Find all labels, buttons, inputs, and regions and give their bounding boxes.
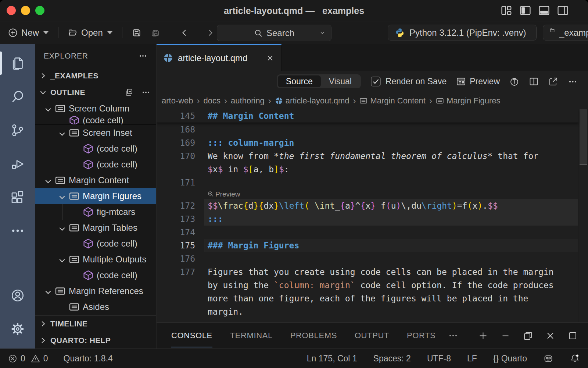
encoding-status[interactable]: UTF-8 bbox=[427, 354, 451, 364]
panel-new-icon[interactable] bbox=[478, 331, 488, 341]
code-line[interactable]: 173::: bbox=[157, 212, 578, 226]
workspace-folder-button[interactable]: _examples bbox=[543, 25, 588, 40]
outline-item[interactable]: Margin Content bbox=[35, 172, 156, 188]
panel-tab-terminal[interactable]: TERMINAL bbox=[230, 323, 273, 348]
breadcrumb-item[interactable]: Margin Content bbox=[359, 96, 425, 106]
breadcrumb-item[interactable]: arto-web bbox=[162, 96, 193, 106]
settings-button[interactable] bbox=[0, 312, 35, 346]
outline-item[interactable]: Asides bbox=[35, 299, 156, 315]
indentation-status[interactable]: Spaces: 2 bbox=[373, 354, 411, 364]
outline-item[interactable]: (code cell) bbox=[35, 236, 156, 251]
code-line[interactable]: 168 bbox=[157, 123, 578, 136]
outline-item[interactable]: Margin References bbox=[35, 283, 156, 299]
panel-tab-problems[interactable]: PROBLEMS bbox=[290, 323, 337, 348]
tab-article-layout[interactable]: article-layout.qmd bbox=[157, 44, 282, 71]
activity-search-button[interactable] bbox=[0, 80, 35, 113]
new-file-button[interactable]: New bbox=[8, 28, 49, 38]
activity-run-debug-button[interactable] bbox=[0, 147, 35, 180]
breadcrumb-item[interactable]: authoring bbox=[231, 96, 265, 106]
code-line[interactable]: by using the `column: margin` code cell … bbox=[157, 279, 578, 292]
chevron-down-icon[interactable] bbox=[44, 104, 54, 113]
editor-scrollbar[interactable] bbox=[578, 109, 588, 322]
assistant-robot-icon[interactable] bbox=[543, 353, 553, 364]
save-button[interactable] bbox=[132, 28, 141, 38]
code-line[interactable]: 170We know from *the first fundamental t… bbox=[157, 149, 578, 163]
chevron-down-icon[interactable] bbox=[58, 223, 68, 232]
code-line[interactable]: 174 bbox=[157, 226, 578, 239]
preview-button[interactable]: Preview bbox=[456, 77, 500, 86]
scrollbar-thumb[interactable] bbox=[580, 109, 587, 164]
outline-item[interactable]: Margin Figures bbox=[35, 188, 156, 204]
codelens-preview[interactable]: Preview bbox=[208, 189, 578, 199]
customize-layout-icon[interactable] bbox=[501, 4, 513, 17]
mode-visual-button[interactable]: Visual bbox=[321, 75, 360, 87]
activity-extensions-button[interactable] bbox=[0, 180, 35, 214]
chevron-down-icon[interactable] bbox=[58, 192, 68, 201]
chevron-down-icon[interactable] bbox=[58, 128, 68, 137]
code-line[interactable]: 145## Margin Content bbox=[157, 109, 578, 123]
panel-maximize-icon[interactable] bbox=[568, 331, 578, 341]
outline-more-actions-icon[interactable] bbox=[141, 88, 150, 97]
code-editor[interactable]: 145## Margin Content168169::: column-mar… bbox=[157, 109, 588, 322]
close-window-button[interactable] bbox=[7, 6, 16, 15]
toggle-right-sidebar-icon[interactable] bbox=[557, 4, 569, 17]
interpreter-selector-button[interactable]: Python 3.12.1 (PipEnv: .venv) bbox=[388, 25, 537, 40]
cursor-position-status[interactable]: Ln 175, Col 1 bbox=[307, 354, 357, 364]
outline-item[interactable]: Screen Column bbox=[35, 100, 156, 116]
quarto-version-status[interactable]: Quarto: 1.8.4 bbox=[64, 354, 113, 364]
zoom-window-button[interactable] bbox=[35, 6, 44, 15]
panel-close-icon[interactable] bbox=[545, 331, 555, 341]
collapse-all-icon[interactable] bbox=[125, 88, 133, 97]
activity-source-control-button[interactable] bbox=[0, 113, 35, 147]
panel-minimize-icon[interactable] bbox=[501, 331, 510, 341]
search-dropdown-chevron-icon[interactable] bbox=[319, 31, 325, 35]
outline-item[interactable]: (code cell) bbox=[35, 156, 156, 172]
outline-item[interactable]: fig-mtcars bbox=[35, 204, 156, 220]
panel-tab-ports[interactable]: PORTS bbox=[407, 323, 435, 348]
outline-item[interactable]: (code cell) bbox=[35, 116, 156, 125]
activity-more-button[interactable] bbox=[0, 214, 35, 247]
problems-status[interactable]: 0 0 bbox=[8, 354, 48, 364]
panel-restore-icon[interactable] bbox=[523, 331, 533, 341]
outline-item[interactable]: Multiple Outputs bbox=[35, 251, 156, 267]
outline-item[interactable]: Screen Inset bbox=[35, 125, 156, 141]
editor-more-actions-icon[interactable] bbox=[568, 77, 578, 86]
code-line[interactable]: more than one figure, each of the figure… bbox=[157, 292, 578, 305]
outline-item[interactable]: Margin Tables bbox=[35, 220, 156, 236]
section-timeline[interactable]: TIMELINE bbox=[35, 316, 156, 332]
breadcrumb-item[interactable]: docs bbox=[204, 96, 220, 106]
publish-icon[interactable] bbox=[509, 77, 519, 86]
render-on-save-checkbox[interactable]: Render on Save bbox=[370, 76, 447, 87]
section-examples[interactable]: _EXAMPLES bbox=[35, 68, 156, 84]
global-search-box[interactable]: Search bbox=[217, 25, 331, 41]
activity-explorer-button[interactable] bbox=[0, 46, 35, 80]
breadcrumb-item[interactable]: Margin Figures bbox=[436, 96, 501, 106]
explorer-more-actions-icon[interactable] bbox=[139, 52, 147, 60]
code-line[interactable]: 171 bbox=[157, 176, 578, 189]
eol-status[interactable]: LF bbox=[467, 354, 477, 364]
toggle-left-sidebar-icon[interactable] bbox=[519, 4, 531, 17]
open-button[interactable]: Open bbox=[68, 28, 112, 38]
outline-item[interactable]: (code cell) bbox=[35, 267, 156, 283]
code-line[interactable]: 175### Margin Figures bbox=[157, 239, 578, 252]
code-line[interactable]: 169::: column-margin bbox=[157, 136, 578, 149]
split-editor-icon[interactable] bbox=[529, 77, 539, 86]
outline-item[interactable]: (code cell) bbox=[35, 141, 156, 156]
chevron-down-icon[interactable] bbox=[44, 287, 54, 296]
notifications-bell-icon[interactable] bbox=[570, 353, 580, 364]
code-line[interactable]: 172$$\frac{d}{dx}\left( \int_{a}^{x} f(u… bbox=[157, 199, 578, 212]
mode-source-button[interactable]: Source bbox=[278, 75, 321, 87]
account-button[interactable] bbox=[0, 279, 35, 312]
panel-more-tabs-icon[interactable] bbox=[448, 330, 458, 341]
minimize-window-button[interactable] bbox=[21, 6, 30, 15]
toggle-bottom-panel-icon[interactable] bbox=[538, 4, 550, 17]
section-outline[interactable]: OUTLINE bbox=[35, 84, 156, 100]
navigate-forward-button[interactable] bbox=[205, 28, 215, 38]
navigate-back-button[interactable] bbox=[180, 28, 189, 38]
chevron-down-icon[interactable] bbox=[44, 176, 54, 185]
panel-tab-console[interactable]: CONSOLE bbox=[171, 323, 212, 348]
breadcrumb-item[interactable]: article-layout.qmd bbox=[275, 96, 349, 106]
code-line[interactable]: 177Figures that you create using code ce… bbox=[157, 265, 578, 279]
code-line[interactable]: 176 bbox=[157, 252, 578, 265]
close-tab-icon[interactable] bbox=[266, 54, 275, 63]
